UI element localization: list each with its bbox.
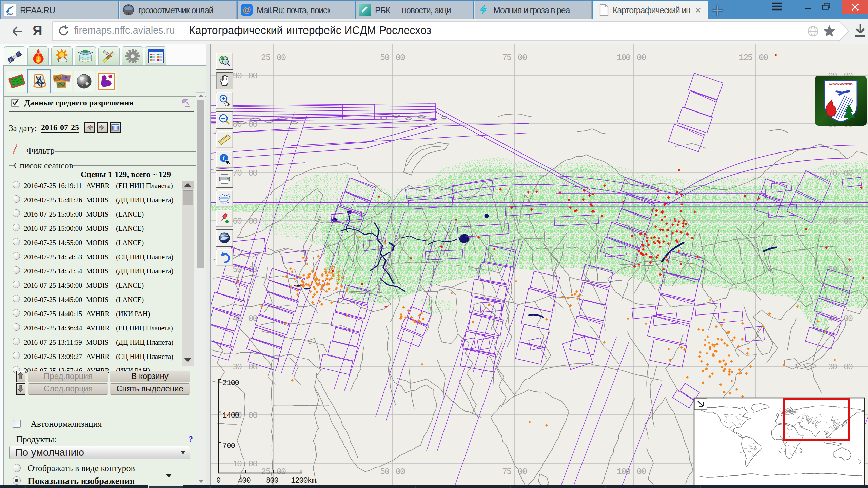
- svg-text:00: 00: [844, 217, 853, 226]
- svg-text:400: 400: [238, 476, 251, 485]
- svg-text:00: 00: [277, 467, 286, 477]
- svg-text:100: 100: [617, 467, 630, 477]
- svg-text:1400: 1400: [222, 411, 239, 420]
- svg-text:10: 10: [233, 459, 242, 469]
- svg-text:75: 75: [502, 467, 511, 477]
- svg-text:00: 00: [844, 362, 853, 372]
- svg-text:60: 60: [828, 217, 837, 226]
- svg-text:70: 70: [233, 168, 242, 178]
- svg-text:125: 125: [739, 53, 752, 63]
- svg-text:00: 00: [396, 53, 405, 63]
- svg-text:70: 70: [828, 168, 837, 178]
- svg-text:00: 00: [248, 71, 257, 81]
- svg-text:00: 00: [248, 168, 257, 178]
- svg-text:00: 00: [518, 53, 527, 63]
- svg-text:00: 00: [248, 411, 257, 421]
- svg-text:100: 100: [617, 53, 630, 63]
- svg-text:2100: 2100: [222, 379, 239, 387]
- svg-text:30: 30: [233, 362, 242, 372]
- svg-text:i: i: [223, 155, 225, 162]
- svg-text:75: 75: [502, 53, 511, 63]
- svg-text:25: 25: [261, 53, 270, 63]
- svg-text:АВИАЛЕСООХРАНА: АВИАЛЕСООХРАНА: [829, 83, 852, 85]
- svg-text:0: 0: [216, 476, 220, 485]
- svg-text:00: 00: [248, 459, 257, 469]
- svg-text:1200km: 1200km: [291, 476, 316, 485]
- svg-text:00: 00: [637, 53, 646, 63]
- svg-text:25: 25: [261, 467, 270, 477]
- svg-text:@: @: [243, 5, 251, 14]
- svg-text:00: 00: [396, 467, 405, 477]
- svg-text:00: 00: [248, 362, 257, 372]
- svg-text:800: 800: [266, 476, 278, 485]
- svg-text:30: 30: [828, 362, 837, 372]
- svg-text:90: 90: [233, 71, 242, 81]
- svg-text:00: 00: [844, 168, 853, 178]
- svg-text:00: 00: [518, 467, 527, 477]
- svg-text:700: 700: [222, 442, 235, 450]
- svg-text:50: 50: [380, 467, 389, 477]
- svg-text:60: 60: [233, 217, 242, 226]
- svg-text:00: 00: [277, 53, 286, 63]
- svg-text:50: 50: [380, 53, 389, 63]
- svg-text:00: 00: [759, 53, 768, 63]
- svg-text:АЭА: АЭА: [7, 12, 13, 15]
- svg-text:00: 00: [637, 467, 646, 477]
